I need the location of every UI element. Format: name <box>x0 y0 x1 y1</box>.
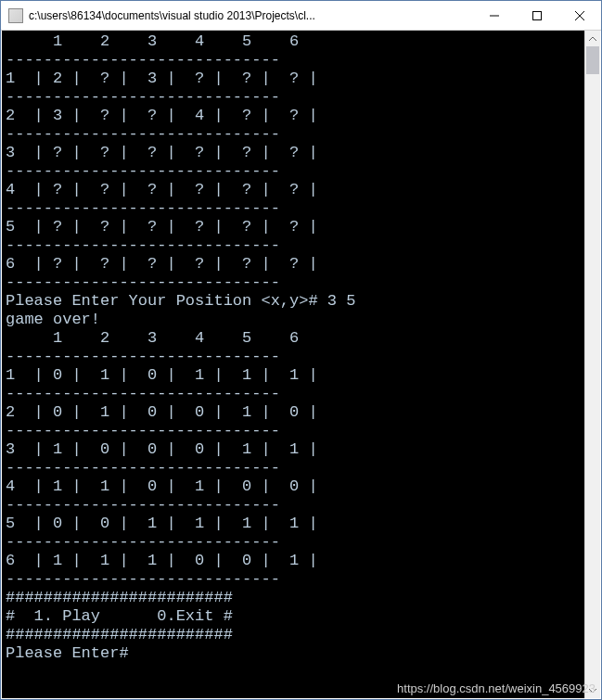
app-icon <box>8 8 23 23</box>
chevron-down-icon <box>589 688 596 694</box>
minimize-icon <box>490 11 499 20</box>
scroll-down-button[interactable] <box>585 682 600 698</box>
minimize-button[interactable] <box>473 1 516 30</box>
client-area: 1 2 3 4 5 6 ----------------------------… <box>2 31 600 698</box>
maximize-icon <box>532 11 542 20</box>
chevron-up-icon <box>589 36 596 42</box>
console-output[interactable]: 1 2 3 4 5 6 ----------------------------… <box>2 31 584 698</box>
scroll-up-button[interactable] <box>585 31 600 46</box>
svg-rect-1 <box>533 11 542 19</box>
window-frame: c:\users\86134\documents\visual studio 2… <box>0 0 602 700</box>
maximize-button[interactable] <box>516 1 558 30</box>
scroll-thumb[interactable] <box>586 46 599 74</box>
window-title: c:\users\86134\documents\visual studio 2… <box>29 9 473 22</box>
close-button[interactable] <box>558 1 601 30</box>
vertical-scrollbar[interactable] <box>584 31 600 698</box>
window-controls <box>473 1 601 30</box>
close-icon <box>575 11 584 20</box>
titlebar[interactable]: c:\users\86134\documents\visual studio 2… <box>1 1 601 31</box>
